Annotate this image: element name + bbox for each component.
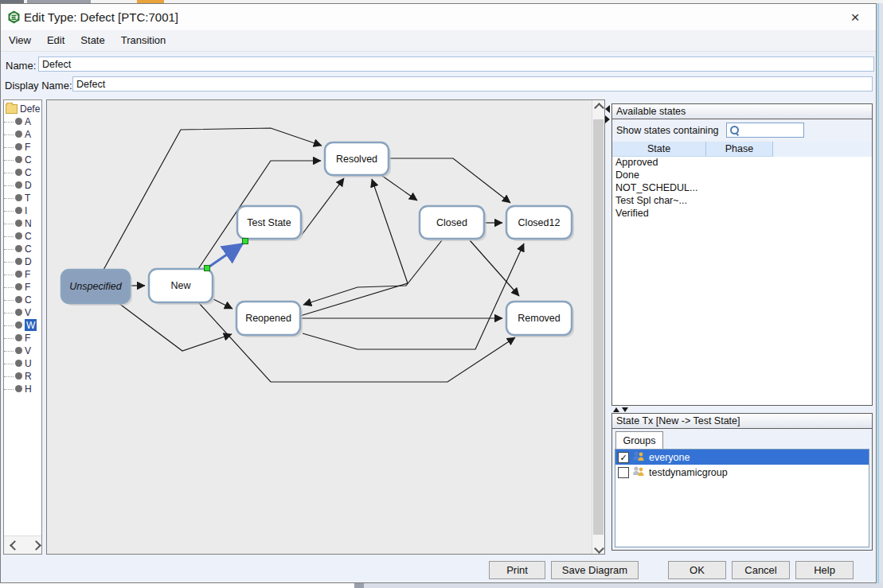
canvas-vertical-scrollbar[interactable] <box>592 100 604 554</box>
transition-Reopened-to-Resolved[interactable] <box>300 179 408 316</box>
tree-item[interactable]: N <box>4 217 41 230</box>
tree-node-icon <box>15 321 22 329</box>
tree-horizontal-scrollbar[interactable] <box>4 535 41 554</box>
tree-item-label: A <box>25 128 31 140</box>
state-row[interactable]: NOT_SCHEDUL... <box>612 182 872 195</box>
transition-Reopened-to-Closed12[interactable] <box>303 243 524 349</box>
tree-item[interactable]: C <box>4 243 41 255</box>
tree-item[interactable]: C <box>4 166 41 179</box>
menu-state[interactable]: State <box>72 30 112 46</box>
tree-item[interactable]: V <box>4 345 41 357</box>
collapse-left-icon[interactable] <box>605 105 610 113</box>
right-panel-splitter[interactable] <box>613 407 632 413</box>
group-checkbox[interactable] <box>618 467 629 478</box>
tree-root[interactable]: Defe <box>4 100 41 115</box>
transition-handle[interactable] <box>243 239 248 244</box>
state-node-closed12[interactable]: Closed12 <box>506 206 574 241</box>
help-button[interactable]: Help <box>795 561 854 579</box>
group-checkbox[interactable]: ✓ <box>618 452 629 463</box>
group-row-everyone[interactable]: ✓everyone <box>615 450 869 465</box>
screen: Edit Type: Defect [PTC:7001] × ViewEditS… <box>0 0 883 588</box>
scrollbar-thumb[interactable] <box>593 119 604 535</box>
state-node-reopened[interactable]: Reopened <box>236 302 303 337</box>
transition-handle[interactable] <box>205 266 210 271</box>
tree-item[interactable]: A <box>4 128 41 141</box>
tree-item[interactable]: H <box>4 383 41 395</box>
state-node-new[interactable]: New <box>149 269 215 305</box>
panel-splitter[interactable] <box>605 105 611 126</box>
state-node-removed[interactable]: Removed <box>506 302 574 337</box>
tree-item[interactable]: R <box>4 370 41 383</box>
expand-up-icon[interactable] <box>613 407 619 412</box>
cancel-button[interactable]: Cancel <box>732 561 790 579</box>
selected-transition-new-to-test-state[interactable] <box>209 243 243 267</box>
state-label: Unspecified <box>69 281 122 292</box>
workflow-diagram-canvas[interactable]: UnspecifiedNewTest StateResolvedClosedCl… <box>46 99 605 555</box>
tree-item[interactable]: C <box>4 294 41 306</box>
state-row[interactable]: Test Spl char~... <box>612 195 872 208</box>
tree-item[interactable]: A <box>4 115 41 128</box>
state-node-unspecified[interactable]: Unspecified <box>61 270 132 306</box>
tree-guide <box>4 268 14 275</box>
tree-item-label: A <box>25 115 31 127</box>
tree-guide <box>4 243 14 250</box>
groups-list[interactable]: ✓everyonetestdynamicgroup <box>615 449 869 547</box>
scroll-up-icon[interactable] <box>592 100 604 113</box>
menu-transition[interactable]: Transition <box>113 30 174 46</box>
tree-item[interactable]: U <box>4 357 41 370</box>
transition-Unspecified-to-Reopened[interactable] <box>119 303 232 351</box>
tree-item-label: H <box>25 383 32 395</box>
tree-node-icon <box>15 296 22 303</box>
tree-item[interactable]: F <box>4 141 41 154</box>
states-list[interactable]: ApprovedDoneNOT_SCHEDUL...Test Spl char~… <box>612 157 872 405</box>
tree-guide <box>4 306 14 313</box>
menu-edit[interactable]: Edit <box>39 30 72 46</box>
transition-New-to-Reopened[interactable] <box>213 299 232 309</box>
tree-item[interactable]: C <box>4 230 41 243</box>
expand-down-icon[interactable] <box>622 407 628 412</box>
type-tree-panel[interactable]: DefeAAFCCDTINCCDFFCVWFVURH <box>3 99 42 555</box>
state-diagram[interactable]: UnspecifiedNewTest StateResolvedClosedCl… <box>47 100 592 554</box>
column-header-phase[interactable]: Phase <box>706 142 773 157</box>
tree-guide <box>4 281 14 288</box>
tab-groups[interactable]: Groups <box>615 431 663 449</box>
print-button[interactable]: Print <box>489 561 545 579</box>
transition-Closed-to-Reopened[interactable] <box>303 240 442 305</box>
close-icon[interactable]: × <box>846 8 865 27</box>
scroll-right-icon[interactable] <box>32 540 42 551</box>
ok-button[interactable]: OK <box>668 561 726 579</box>
column-header-state[interactable]: State <box>612 142 706 157</box>
tree-item[interactable]: D <box>4 255 41 268</box>
tree-item[interactable]: C <box>4 154 41 166</box>
state-node-resolved[interactable]: Resolved <box>325 142 391 177</box>
tree-item[interactable]: F <box>4 268 41 281</box>
transition-Resolved-to-Closed[interactable] <box>382 176 417 201</box>
scroll-left-icon[interactable] <box>10 540 20 551</box>
state-row[interactable]: Approved <box>612 157 872 169</box>
name-input[interactable] <box>38 56 874 72</box>
transition-Unspecified-to-Resolved[interactable] <box>104 128 322 270</box>
display-name-input[interactable] <box>72 76 873 92</box>
transition-Closed-to-Removed[interactable] <box>470 240 519 296</box>
tree-item[interactable]: T <box>4 192 41 204</box>
state-row[interactable]: Done <box>612 169 872 182</box>
state-row[interactable]: Verified <box>612 208 872 220</box>
transition-TestState-to-Resolved[interactable] <box>302 178 344 235</box>
tree-item[interactable]: I <box>4 204 41 217</box>
state-node-closed[interactable]: Closed <box>420 206 486 241</box>
group-row-testdynamicgroup[interactable]: testdynamicgroup <box>615 465 869 480</box>
title-bar[interactable]: Edit Type: Defect [PTC:7001] × <box>1 4 876 30</box>
tree-item[interactable]: D <box>4 179 41 192</box>
transition-Resolved-to-Closed12[interactable] <box>389 158 510 203</box>
tree-item[interactable]: V <box>4 306 41 319</box>
tree-node-icon <box>15 143 22 150</box>
menu-view[interactable]: View <box>1 30 39 46</box>
collapse-right-icon[interactable] <box>605 115 610 123</box>
scroll-down-icon[interactable] <box>592 541 604 554</box>
states-search-input[interactable] <box>726 123 804 138</box>
tree-item[interactable]: W <box>4 319 41 332</box>
save-diagram-button[interactable]: Save Diagram <box>551 561 639 579</box>
state-node-test-state[interactable]: Test State <box>237 206 303 241</box>
tree-item[interactable]: F <box>4 332 41 345</box>
tree-item[interactable]: F <box>4 281 41 294</box>
